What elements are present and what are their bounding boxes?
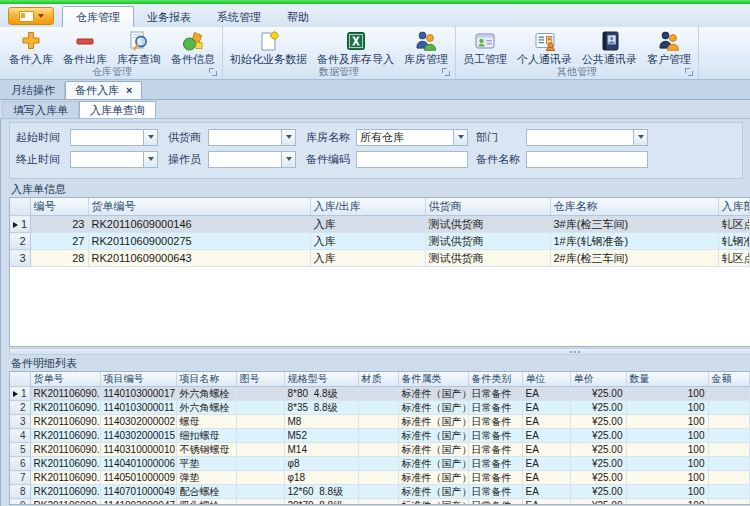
column-header[interactable]: 入库/出库 [310,198,425,216]
ribbon-tab-help[interactable]: 帮助 [274,8,322,27]
column-header[interactable]: 规格型号 [284,372,358,387]
part-name-label: 备件名称 [476,152,526,167]
table-row[interactable]: 4 RK201106090... 1140302000015 细扣螺母 M52 … [10,429,750,443]
column-header[interactable]: 项目编号 [100,372,176,387]
row-selector[interactable]: 5 [10,443,30,457]
table-row[interactable]: 8 RK201106090... 1140701000049 配合螺栓 12*6… [10,485,750,499]
dialog-launcher-icon[interactable] [685,68,694,77]
doc-tab-parts-inbound[interactable]: 备件入库 × [65,81,142,99]
row-selector[interactable]: 3 [10,415,30,429]
customer-manage-button[interactable]: 客户管理 [642,28,696,66]
table-row[interactable]: 5 RK201106090... 1140310000010 不锈钢螺母 M14… [10,443,750,457]
column-header[interactable]: 数量 [626,372,708,387]
column-header[interactable]: 备件类别 [468,372,522,387]
parts-inbound-button[interactable]: 备件入库 [4,28,58,66]
details-grid: 货单号 项目编号 项目名称 图号 规格型号 材质 备件属类 备件类别 单位 单价… [9,371,750,505]
table-row[interactable]: 9 RK201106090... 1141002000047 双头螺栓 20*7… [10,499,750,506]
table-row[interactable]: 6 RK201106090... 1140401000006 平垫 φ8 标准件… [10,457,750,471]
warehouse-name-combo[interactable]: 所有仓库 [356,129,468,146]
personal-contacts-icon [533,29,557,53]
start-time-combo[interactable] [70,129,158,146]
part-name-input[interactable] [526,151,648,168]
ribbon-tab-warehouse[interactable]: 仓库管理 [62,6,134,27]
orders-group-title: 入库单信息 [11,182,750,196]
warehouse-name-label: 库房名称 [306,130,356,145]
start-time-label: 起始时间 [16,130,70,145]
table-row[interactable]: 2 27 RK20110609000275 入库 测试供货商 1#库(轧钢准备)… [10,233,750,250]
warehouse-manage-button[interactable]: 库房管理 [399,28,453,66]
chevron-down-icon[interactable] [453,130,467,145]
row-selector[interactable]: 6 [10,457,30,471]
dialog-launcher-icon[interactable] [442,68,451,77]
column-header[interactable]: 材质 [358,372,398,387]
plus-icon [19,29,43,53]
public-contacts-button[interactable]: 公共通讯录 [577,28,642,66]
personal-contacts-button[interactable]: 个人通讯录 [512,28,577,66]
column-header[interactable]: 货单号 [30,372,100,387]
application-window: 仓库管理 业务报表 系统管理 帮助 备件入库 备件出库 [0,0,750,506]
employee-card-icon [473,29,497,53]
table-row[interactable]: 2 RK201106090... 1140103000011 外六角螺栓 8*3… [10,401,750,415]
ribbon-tab-system[interactable]: 系统管理 [204,8,274,27]
row-selector[interactable]: 1 [10,216,30,233]
table-row[interactable]: 1 RK201106090... 1140103000017 外六角螺栓 8*8… [10,387,750,401]
table-row[interactable]: 3 RK201106090... 1140302000002 螺母 M8 标准件… [10,415,750,429]
horizontal-splitter[interactable] [9,348,750,355]
operator-label: 操作员 [168,152,208,167]
operator-combo[interactable] [208,151,296,168]
app-menu-button[interactable] [8,7,54,25]
chevron-down-icon [38,14,44,18]
row-selector[interactable]: 1 [10,387,30,401]
column-header[interactable]: 金额 [708,372,750,387]
tab-fill-inbound-form[interactable]: 填写入库单 [2,101,79,118]
ribbon-group-data: 初始化业务数据 备件及库存导入 库房管理 [223,27,456,79]
supplier-combo[interactable] [208,129,296,146]
warehouse-people-icon [414,29,438,53]
employee-manage-button[interactable]: 员工管理 [458,28,512,66]
chevron-down-icon[interactable] [143,152,157,167]
column-header[interactable]: 货单编号 [88,198,310,216]
chevron-down-icon[interactable] [281,130,295,145]
chevron-down-icon[interactable] [143,130,157,145]
chevron-down-icon[interactable] [281,152,295,167]
column-header[interactable]: 单位 [522,372,570,387]
ribbon-group-label: 其他管理 [458,66,696,79]
customer-people-icon [657,29,681,53]
tab-inbound-query[interactable]: 入库单查询 [79,101,156,118]
search-doc-icon [127,29,151,53]
row-selector[interactable]: 2 [10,401,30,415]
row-selector[interactable]: 8 [10,485,30,499]
part-code-input[interactable] [356,151,468,168]
department-combo[interactable] [526,129,648,146]
close-icon[interactable]: × [126,83,132,98]
chevron-down-icon[interactable] [633,130,647,145]
parts-outbound-button[interactable]: 备件出库 [58,28,112,66]
column-header[interactable]: 入库部门 [718,198,750,216]
table-row[interactable]: 7 RK201106090... 1140501000009 弹垫 φ18 标准… [10,471,750,485]
end-time-combo[interactable] [70,151,158,168]
ribbon-group-warehouse: 备件入库 备件出库 库存查询 [2,27,223,79]
parts-info-button[interactable]: 备件信息 [166,28,220,66]
table-row[interactable]: 1 23 RK20110609000146 入库 测试供货商 3#库(检三车间)… [10,216,750,233]
row-selector[interactable]: 7 [10,471,30,485]
column-header[interactable]: 仓库名称 [550,198,718,216]
splitter-grip-icon [570,351,580,353]
parts-stock-import-button[interactable]: 备件及库存导入 [312,28,399,66]
column-header[interactable]: 单价 [570,372,626,387]
column-header[interactable]: 编号 [30,198,88,216]
row-selector[interactable]: 3 [10,250,30,267]
init-business-data-button[interactable]: 初始化业务数据 [225,28,312,66]
ribbon-tab-reports[interactable]: 业务报表 [134,8,204,27]
row-selector[interactable]: 4 [10,429,30,443]
dialog-launcher-icon[interactable] [209,68,218,77]
column-header[interactable]: 项目名称 [176,372,236,387]
doc-tab-month-close[interactable]: 月结操作 [2,82,65,99]
row-selector[interactable]: 2 [10,233,30,250]
row-selector[interactable]: 9 [10,499,30,506]
column-header[interactable]: 备件属类 [398,372,468,387]
ribbon-tab-row: 仓库管理 业务报表 系统管理 帮助 [0,4,750,27]
stock-query-button[interactable]: 库存查询 [112,28,166,66]
column-header[interactable]: 供货商 [425,198,550,216]
table-row[interactable]: 3 28 RK20110609000643 入库 测试供货商 2#库(检三车间)… [10,250,750,267]
column-header[interactable]: 图号 [236,372,284,387]
